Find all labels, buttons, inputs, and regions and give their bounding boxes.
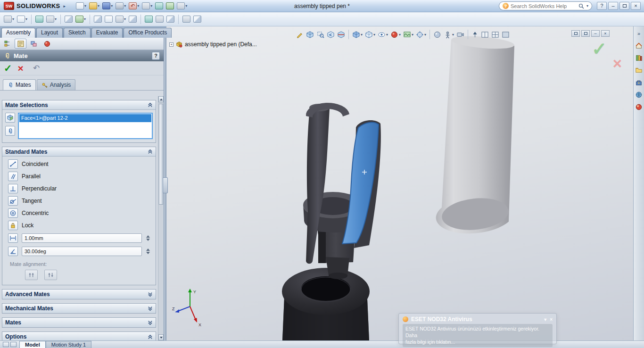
motion-study-tab[interactable]: Motion Study 1 <box>46 341 91 348</box>
expand-chevron-icon[interactable] <box>148 306 153 311</box>
solidworks-resources-button[interactable] <box>635 41 644 50</box>
toolbar-button[interactable]: ▾ <box>115 14 127 25</box>
toolbar-button[interactable] <box>165 14 175 25</box>
mate-selection-listbox[interactable]: Face<1>@part 12-2 <box>18 113 153 139</box>
mate-selections-header[interactable]: Mate Selections <box>2 100 156 110</box>
doc-cascade-button[interactable] <box>571 30 580 37</box>
ok-button[interactable]: ✓ <box>4 63 12 73</box>
tab-assembly[interactable]: Assembly <box>1 28 35 38</box>
advanced-mates-header[interactable]: Advanced Mates <box>2 290 156 299</box>
search-input[interactable] <box>511 3 577 9</box>
toolbar-button[interactable]: ▾ <box>3 14 15 25</box>
tab-office-products[interactable]: Office Products <box>124 28 172 38</box>
attach-button[interactable] <box>154 1 164 11</box>
appearances-tab[interactable] <box>41 39 53 49</box>
collapse-chevron-icon[interactable] <box>148 102 153 108</box>
camera-button[interactable] <box>455 30 465 40</box>
doc-tile-button[interactable] <box>581 30 590 37</box>
panel-scrollbar[interactable] <box>158 96 164 340</box>
section-view-button[interactable] <box>336 30 346 40</box>
eset-close-icon[interactable]: × <box>550 317 553 322</box>
eset-chevron-icon[interactable]: ▾ <box>544 317 546 322</box>
confirmation-ok-button[interactable]: ✓ <box>592 39 607 59</box>
search-icon[interactable] <box>578 3 584 9</box>
parallel-mate-button[interactable]: Parallel <box>3 170 155 182</box>
collapse-chevron-icon[interactable] <box>148 334 153 340</box>
splitter-grip[interactable] <box>163 177 168 193</box>
doc-close-button[interactable]: × <box>601 30 610 37</box>
tree-expand-button[interactable]: + <box>169 42 173 47</box>
solidworks-logo[interactable]: SW SOLIDWORKS ▸ <box>2 0 70 12</box>
open-button[interactable]: ▾ <box>88 1 100 11</box>
mannequin-button[interactable]: ▾ <box>443 30 455 40</box>
assembly-visualization-button[interactable] <box>432 30 442 40</box>
distance-field[interactable] <box>22 233 142 243</box>
mates-list-header[interactable]: Mates <box>2 318 156 327</box>
close-button[interactable]: × <box>631 2 641 10</box>
help-button[interactable]: ? <box>597 2 607 10</box>
standard-mates-header[interactable]: Standard Mates <box>2 147 156 157</box>
model-tab[interactable]: Model <box>19 341 46 348</box>
toolbar-button[interactable] <box>64 14 74 25</box>
file-explorer-button[interactable] <box>635 66 644 75</box>
mechanical-mates-header[interactable]: Mechanical Mates <box>2 304 156 313</box>
distance-icon[interactable] <box>8 233 18 243</box>
toolbar-button[interactable] <box>128 14 138 25</box>
zoom-to-fit-button[interactable] <box>305 30 315 40</box>
concentric-mate-button[interactable]: Concentric <box>3 207 155 219</box>
maximize-button[interactable] <box>619 2 629 10</box>
angle-icon[interactable] <box>8 247 18 256</box>
options-button[interactable]: ▾ <box>176 1 188 11</box>
coincident-mate-button[interactable]: Coincident <box>3 158 155 170</box>
design-library-button[interactable] <box>635 53 644 62</box>
graphics-area[interactable]: ▾ ▾ ▾ ▾ ▾ ▾ ▾ – × + assembly ti <box>166 26 633 340</box>
edit-appearance-button[interactable]: ▾ <box>389 30 402 40</box>
help-button[interactable]: ? <box>152 52 160 60</box>
spinner-up-icon[interactable] <box>146 249 150 251</box>
hide-show-items-button[interactable]: ▾ <box>377 30 389 40</box>
toolbar-button[interactable]: ▾ <box>45 14 58 25</box>
previous-view-button[interactable] <box>326 30 336 40</box>
cancel-button[interactable]: × <box>18 63 24 73</box>
configurationmanager-tab[interactable] <box>28 39 40 49</box>
toolbar-button[interactable] <box>182 14 191 25</box>
spinner-up-icon[interactable] <box>146 235 150 238</box>
tree-root-label[interactable]: assembly tipped pen (Defa... <box>185 41 257 48</box>
full-screen-button[interactable] <box>501 30 511 40</box>
confirmation-cancel-button[interactable]: × <box>613 55 622 73</box>
scroll-up-button[interactable] <box>158 96 164 102</box>
toolbox-button[interactable] <box>635 78 644 87</box>
tab-mates[interactable]: Mates <box>3 79 36 90</box>
lock-mate-button[interactable]: Lock <box>3 219 155 232</box>
tab-evaluate[interactable]: Evaluate <box>91 28 123 38</box>
featuremanager-tree-tab[interactable] <box>1 39 13 49</box>
display-style-button[interactable]: ▾ <box>364 30 376 40</box>
help-search-box[interactable]: ? ▾ <box>499 1 592 10</box>
aligned-button[interactable] <box>25 270 38 280</box>
toolbar-button[interactable] <box>34 14 44 25</box>
tab-layout[interactable]: Layout <box>36 28 63 38</box>
toolbar-button[interactable]: ▾ <box>16 14 28 25</box>
zoom-to-area-button[interactable] <box>315 30 325 40</box>
tab-analysis[interactable]: Analysis <box>37 79 76 90</box>
toolbar-button[interactable] <box>93 14 103 25</box>
sheet-icon[interactable] <box>3 342 9 347</box>
mate-entities-paperclip-icon[interactable] <box>5 126 15 136</box>
tab-sketch[interactable]: Sketch <box>64 28 91 38</box>
spinner-down-icon[interactable] <box>146 239 150 241</box>
update-arrow-button[interactable] <box>471 30 479 40</box>
minimize-button[interactable]: – <box>608 2 618 10</box>
angle-spinner[interactable] <box>146 249 150 254</box>
entities-to-mate-icon[interactable] <box>5 113 15 123</box>
doc-minimize-button[interactable]: – <box>591 30 600 37</box>
task-pane-expand-button[interactable]: » <box>635 29 644 38</box>
sheet-icon[interactable] <box>10 342 17 347</box>
appearances-scenes-button[interactable] <box>635 102 644 111</box>
spinner-down-icon[interactable] <box>146 252 150 254</box>
undo-button[interactable]: ↶ <box>33 64 40 72</box>
scroll-down-button[interactable] <box>158 334 164 340</box>
viewport-layout-button[interactable] <box>480 30 490 40</box>
print-button[interactable]: ▾ <box>115 1 127 11</box>
toolbar-button[interactable] <box>144 14 154 25</box>
toolbar-button[interactable]: ▾ <box>74 14 87 25</box>
